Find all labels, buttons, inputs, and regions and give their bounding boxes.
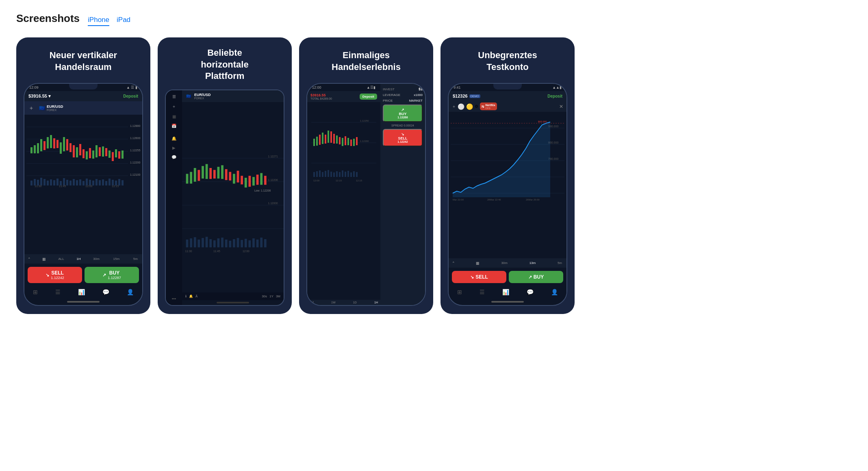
svg-rect-139 bbox=[339, 137, 341, 144]
svg-rect-44 bbox=[47, 181, 49, 185]
svg-rect-101 bbox=[190, 238, 192, 247]
dots-icon-2[interactable]: ••• bbox=[172, 297, 176, 301]
chart-area-1: 1.12880 1.12600 1.12255 1.12200 1.12100 bbox=[24, 115, 142, 254]
chart-icon-2[interactable]: ▦ bbox=[172, 114, 176, 119]
profile-icon-4[interactable]: 👤 bbox=[551, 289, 558, 295]
tablet-chart-2: 1.12271 1.12206 1.12000 bbox=[182, 102, 284, 292]
tf-13m-4[interactable]: 13m bbox=[529, 261, 536, 265]
bottom-nav-4: ⊞ ☰ 📊 💬 👤 bbox=[449, 286, 566, 299]
svg-rect-115 bbox=[245, 239, 247, 247]
list-icon-1[interactable]: ☰ bbox=[55, 289, 61, 295]
svg-rect-10 bbox=[30, 147, 33, 153]
svg-rect-85 bbox=[209, 168, 212, 179]
camera-icon-4[interactable]: ⊞ bbox=[457, 289, 462, 295]
tf-30s[interactable]: 30s bbox=[262, 294, 267, 298]
info-icon-2[interactable]: ℹ bbox=[185, 294, 187, 298]
svg-rect-159 bbox=[350, 172, 352, 177]
sell-button-4[interactable]: ↘ SELL bbox=[452, 271, 506, 283]
phone-mockup-1: 12:09 ▲ ☰ ▮ $3916.55 ▾ Deposit ＋ 🇪🇺 EUR/… bbox=[24, 83, 143, 306]
deposit-btn-1[interactable]: Deposit bbox=[123, 94, 138, 98]
svg-text:1.12200: 1.12200 bbox=[360, 140, 369, 142]
svg-rect-103 bbox=[197, 240, 200, 247]
tf-1y[interactable]: 1Y bbox=[269, 294, 273, 298]
svg-rect-142 bbox=[347, 138, 349, 145]
market-row-3: PRICE MARKET bbox=[383, 99, 423, 102]
buy-button-4[interactable]: ↗ BUY bbox=[509, 271, 563, 283]
tf-30m-1[interactable]: 30m bbox=[92, 257, 101, 261]
chart-nav-icon-1[interactable]: 📊 bbox=[78, 289, 85, 295]
svg-rect-98 bbox=[260, 173, 263, 185]
list-icon-4[interactable]: ☰ bbox=[480, 289, 485, 295]
svg-rect-25 bbox=[79, 144, 81, 155]
calendar-icon-2[interactable]: 📅 bbox=[171, 124, 176, 128]
svg-rect-60 bbox=[99, 180, 101, 185]
deposit-btn-4[interactable]: Deposit bbox=[547, 94, 562, 98]
tf-5m-1[interactable]: 5m bbox=[132, 257, 139, 261]
svg-rect-91 bbox=[233, 174, 235, 183]
svg-rect-130 bbox=[313, 139, 315, 146]
svg-rect-50 bbox=[66, 180, 68, 185]
play-icon-2[interactable]: ▶ bbox=[172, 146, 176, 150]
tf-1m-3[interactable]: 1M bbox=[310, 301, 314, 304]
buy-button-3[interactable]: ↗ BUY 1.13268 bbox=[383, 105, 423, 122]
buy-button-1[interactable]: ↗ BUY 1.12287 bbox=[85, 267, 139, 283]
trade-panel-3: INVEST $1 LEVERAGE x1000 PRICE MARKET ↗ … bbox=[380, 84, 425, 305]
sell-label-1: SELL bbox=[51, 270, 64, 276]
sell-button-3[interactable]: ↘ SELL 1.12242 bbox=[383, 129, 423, 146]
tf-5m-4[interactable]: 5m bbox=[556, 261, 563, 265]
deposit-btn-3[interactable]: Deposit bbox=[360, 94, 377, 100]
svg-rect-34 bbox=[108, 150, 111, 158]
svg-rect-36 bbox=[115, 149, 117, 157]
svg-rect-157 bbox=[345, 172, 346, 177]
spread-3: SPREAD 0.00024 bbox=[383, 124, 423, 127]
chat-icon-2[interactable]: 💬 bbox=[171, 155, 176, 159]
menu-icon-2[interactable]: ☰ bbox=[172, 94, 176, 99]
phone-time-3: 12:00 bbox=[312, 85, 321, 89]
svg-rect-11 bbox=[34, 145, 36, 153]
phone-time-1: 12:09 bbox=[29, 85, 39, 89]
price-label-3: PRICE bbox=[383, 99, 393, 102]
tf-3m[interactable]: 3M bbox=[276, 294, 280, 298]
svg-text:12:00: 12:00 bbox=[243, 250, 250, 253]
chart-nav-icon-4[interactable]: 📊 bbox=[502, 289, 509, 295]
tf-1w-3[interactable]: 1W bbox=[331, 301, 336, 304]
chat-icon-4[interactable]: 💬 bbox=[527, 289, 534, 295]
flag-icon-1: 🇪🇺 bbox=[39, 105, 45, 111]
svg-rect-112 bbox=[233, 239, 235, 247]
sell-button-1[interactable]: ↘ SELL 1.12242 bbox=[28, 267, 82, 283]
person-icon-2[interactable]: Ã bbox=[195, 294, 197, 298]
svg-rect-93 bbox=[241, 176, 243, 184]
phone-header-4: $12326 DEMO Deposit bbox=[449, 91, 566, 101]
svg-rect-80 bbox=[190, 172, 192, 183]
tf-all-1[interactable]: ALL bbox=[57, 257, 65, 261]
buy-arrow-icon-4: ↗ bbox=[528, 275, 532, 280]
chart-icon-4b: ⌃ bbox=[452, 261, 455, 265]
camera-icon-1[interactable]: ⊞ bbox=[33, 289, 38, 295]
close-icon-4[interactable]: ✕ bbox=[559, 104, 563, 109]
tf-1h-1[interactable]: 1H bbox=[76, 257, 80, 261]
tab-iphone[interactable]: iPhone bbox=[88, 16, 109, 26]
svg-rect-26 bbox=[82, 149, 85, 158]
timeframes-3: 1M 1W 1D 1H bbox=[307, 300, 380, 305]
sell-label-3: SELL bbox=[398, 136, 407, 140]
tf-1d-3[interactable]: 1D bbox=[353, 301, 357, 304]
tf-15m-1[interactable]: 15m bbox=[112, 257, 121, 261]
svg-rect-140 bbox=[342, 138, 343, 146]
sell-arrow-icon-3: ↘ bbox=[401, 132, 404, 136]
tf-1h-3[interactable]: 1H bbox=[374, 301, 378, 304]
profile-icon-1[interactable]: 👤 bbox=[127, 289, 134, 295]
svg-rect-117 bbox=[252, 238, 255, 247]
tf-30m-4[interactable]: 30m bbox=[500, 261, 509, 265]
plus-btn-4[interactable]: ＋ bbox=[452, 104, 456, 109]
alert-icon-2[interactable]: 🔔 bbox=[189, 294, 193, 298]
bell-icon-2[interactable]: 🔔 bbox=[171, 136, 176, 141]
phone-icons-4: ▲▲▮ bbox=[552, 85, 562, 89]
gear-icon-4[interactable]: ⚙ bbox=[475, 104, 478, 109]
svg-rect-61 bbox=[102, 179, 104, 185]
tab-ipad[interactable]: iPad bbox=[117, 16, 130, 26]
chat-icon-1[interactable]: 💬 bbox=[102, 289, 109, 295]
plus-icon-1[interactable]: ＋ bbox=[28, 105, 34, 112]
svg-rect-106 bbox=[209, 239, 212, 247]
screenshot-card-2: BeliebtehorizontalePlattform ☰ ＋ ▦ 📅 🔔 ▶… bbox=[158, 37, 292, 314]
plus-icon-2[interactable]: ＋ bbox=[172, 104, 176, 109]
